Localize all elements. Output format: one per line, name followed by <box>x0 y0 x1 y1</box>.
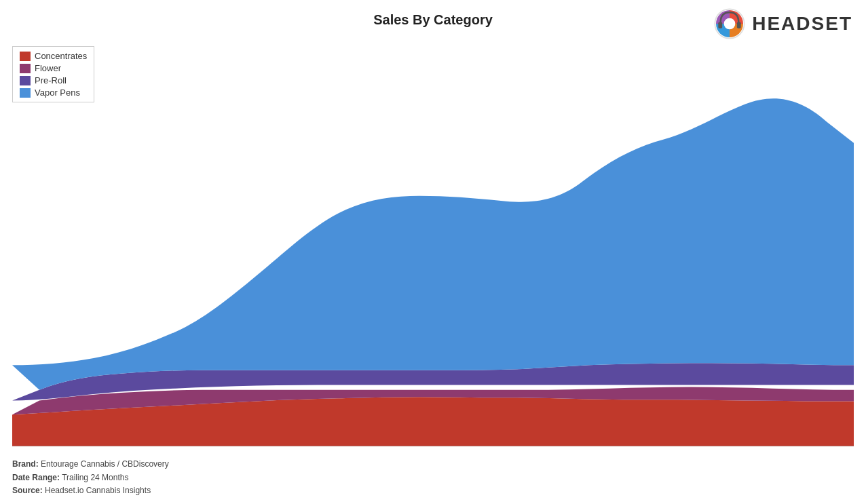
chart-footer: Brand: Entourage Cannabis / CBDiscovery … <box>12 458 169 497</box>
chart-title: Sales By Category <box>0 12 866 28</box>
vaporpens-area <box>12 98 854 390</box>
source-label: Source: <box>12 486 43 495</box>
footer-source: Source: Headset.io Cannabis Insights <box>12 484 169 497</box>
footer-daterange: Date Range: Trailing 24 Months <box>12 471 169 484</box>
chart-area: 2023-01 2023-04 2023-07 2023-10 2024-01 … <box>12 44 854 446</box>
date-label: Date Range: <box>12 473 60 482</box>
brand-value: Entourage Cannabis / CBDiscovery <box>41 459 169 469</box>
date-value: Trailing 24 Months <box>62 473 128 482</box>
brand-label: Brand: <box>12 459 39 469</box>
chart-container: HEADSET Sales By Category Concentrates F… <box>0 0 866 504</box>
source-value: Headset.io Cannabis Insights <box>45 486 151 495</box>
footer-brand: Brand: Entourage Cannabis / CBDiscovery <box>12 458 169 471</box>
area-chart-svg: 2023-01 2023-04 2023-07 2023-10 2024-01 … <box>12 44 854 446</box>
